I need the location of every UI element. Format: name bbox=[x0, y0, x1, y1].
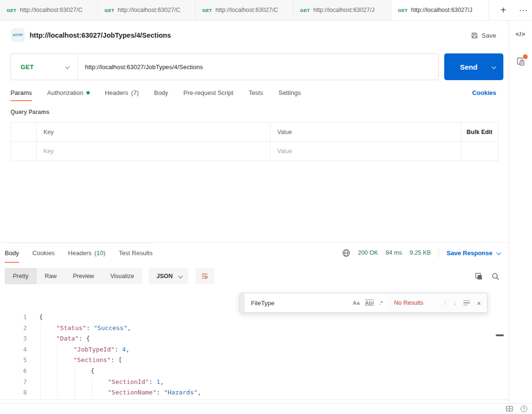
search-response-button[interactable] bbox=[491, 272, 500, 280]
indent-guide bbox=[40, 333, 41, 344]
help-icon[interactable]: ? bbox=[521, 405, 527, 412]
response-tab-label: Headers bbox=[68, 249, 92, 257]
request-tab-settings[interactable]: Settings bbox=[278, 84, 301, 101]
code-line: 2"Status": "Success", bbox=[0, 323, 509, 334]
code-snippet-icon[interactable]: </> bbox=[515, 31, 525, 38]
line-number: 5 bbox=[0, 355, 27, 366]
new-tab-button[interactable]: + bbox=[501, 5, 506, 16]
response-size[interactable]: 9.25 KB bbox=[409, 249, 430, 256]
token-p: : { bbox=[79, 335, 90, 342]
param-value-input[interactable]: Value bbox=[271, 142, 461, 161]
view-mode-pretty[interactable]: Pretty bbox=[5, 268, 37, 284]
notification-dot bbox=[523, 54, 528, 59]
request-tab-label: Settings bbox=[278, 89, 301, 96]
save-button-label: Save bbox=[481, 32, 496, 39]
copy-response-button[interactable] bbox=[475, 272, 483, 280]
bottom-bar: ? bbox=[0, 403, 532, 414]
find-close-button[interactable]: × bbox=[477, 300, 481, 307]
browser-tab[interactable]: GEThttp://localhost:63027/J bbox=[293, 0, 391, 20]
send-options-chevron-icon[interactable] bbox=[491, 64, 496, 69]
response-actions bbox=[475, 268, 500, 284]
line-number: 8 bbox=[0, 387, 27, 398]
line-number: 1 bbox=[0, 312, 27, 323]
indent-guide bbox=[74, 377, 75, 388]
browser-tab[interactable]: GEThttp://localhost:63027/C bbox=[196, 0, 293, 20]
response-tab-body[interactable]: Body bbox=[5, 243, 19, 263]
line-number: 3 bbox=[0, 333, 27, 344]
tab-url-label: http://localhost:63027/J bbox=[313, 7, 386, 13]
more-options-button[interactable]: ··· bbox=[520, 7, 529, 14]
indent-guide bbox=[57, 377, 58, 388]
request-tab-pre-request-script[interactable]: Pre-request Script bbox=[183, 84, 233, 101]
find-in-filtered-lines-icon[interactable] bbox=[463, 300, 470, 306]
request-tab-authorization[interactable]: Authorization bbox=[47, 84, 90, 101]
request-tabs: ParamsAuthorizationHeaders(7)BodyPre-req… bbox=[10, 84, 301, 101]
regex-toggle[interactable]: .* bbox=[379, 300, 383, 306]
browser-tab[interactable]: GEThttp://localhost:63027/C bbox=[98, 0, 196, 20]
request-tab-tests[interactable]: Tests bbox=[249, 84, 263, 101]
response-tab-test-results[interactable]: Test Results bbox=[119, 243, 153, 263]
url-input[interactable]: http://localhost:63027/JobTypes/4/Sectio… bbox=[78, 63, 438, 71]
find-next-button[interactable]: ↓ bbox=[453, 299, 457, 307]
code-text: { bbox=[91, 366, 94, 377]
indent-guide bbox=[92, 377, 92, 388]
request-tab-label: Headers bbox=[105, 89, 128, 96]
token-p: { bbox=[91, 367, 94, 374]
line-number: 7 bbox=[0, 377, 27, 388]
token-n: 4 bbox=[122, 346, 126, 353]
find-bar-drag-handle[interactable] bbox=[240, 293, 244, 312]
indent-guide bbox=[57, 366, 58, 377]
browser-tab-strip: GEThttp://localhost:63027/CGEThttp://loc… bbox=[0, 0, 532, 21]
status-code[interactable]: 200 OK bbox=[358, 249, 378, 256]
request-tab-params[interactable]: Params bbox=[10, 84, 32, 101]
tab-actions: + ··· bbox=[489, 0, 532, 20]
send-button[interactable]: Send bbox=[444, 53, 503, 80]
response-time[interactable]: 84 ms bbox=[386, 249, 402, 256]
wrap-text-button[interactable] bbox=[195, 268, 214, 284]
row-select-cell bbox=[11, 123, 37, 141]
line-number: 2 bbox=[0, 323, 27, 334]
response-tab-count: (10) bbox=[94, 249, 105, 257]
token-k: "Data" bbox=[56, 335, 79, 342]
response-code[interactable]: 1{2"Status": "Success",3"Data": {4"JobTy… bbox=[0, 312, 509, 400]
chevron-down-icon bbox=[178, 273, 183, 278]
code-line: 1{ bbox=[0, 312, 509, 323]
split-pane-icon[interactable] bbox=[506, 406, 513, 412]
request-tab-headers[interactable]: Headers(7) bbox=[105, 84, 139, 101]
scrollbar-thumb[interactable] bbox=[496, 334, 504, 336]
save-button[interactable]: Save bbox=[471, 21, 496, 50]
view-mode-raw[interactable]: Raw bbox=[37, 268, 65, 284]
comments-icon[interactable] bbox=[516, 57, 525, 66]
token-k: "Sections" bbox=[73, 356, 111, 363]
response-tab-label: Test Results bbox=[119, 249, 153, 257]
view-mode-visualize[interactable]: Visualize bbox=[102, 268, 142, 284]
bulk-edit-button[interactable]: Bulk Edit bbox=[467, 129, 492, 135]
line-number: 6 bbox=[0, 366, 27, 377]
network-globe-icon[interactable] bbox=[342, 249, 350, 257]
find-input[interactable] bbox=[251, 300, 353, 307]
whole-word-toggle[interactable]: Abl bbox=[365, 300, 374, 306]
response-format-select[interactable]: JSON bbox=[149, 268, 188, 284]
match-case-toggle[interactable]: Aa bbox=[353, 300, 360, 306]
response-tab-headers[interactable]: Headers(10) bbox=[68, 243, 105, 263]
token-p: , bbox=[127, 324, 131, 331]
query-params-header-row: Key Value Bulk Edit bbox=[11, 123, 498, 142]
request-tab-label: Pre-request Script bbox=[183, 89, 233, 96]
view-mode-preview[interactable]: Preview bbox=[65, 268, 102, 284]
find-previous-button[interactable]: ↑ bbox=[443, 299, 447, 307]
browser-tab[interactable]: GEThttp://localhost:63027/J bbox=[391, 0, 489, 20]
code-line: 4"JobTypeId": 4, bbox=[0, 344, 509, 355]
request-tab-count: (7) bbox=[131, 89, 139, 96]
response-status-bar: 200 OK 84 ms 9.25 KB Save Response bbox=[342, 243, 500, 263]
method-label: GET bbox=[21, 63, 34, 71]
browser-tab[interactable]: GEThttp://localhost:63027/C bbox=[0, 0, 98, 20]
method-selector[interactable]: GET bbox=[11, 54, 78, 80]
request-tab-body[interactable]: Body bbox=[154, 84, 168, 101]
send-button-label: Send bbox=[460, 63, 478, 71]
save-response-button[interactable]: Save Response bbox=[447, 249, 500, 257]
token-p: : bbox=[149, 378, 156, 385]
request-header: HTTP http://localhost:63027/JobTypes/4/S… bbox=[0, 21, 509, 50]
cookies-link[interactable]: Cookies bbox=[472, 84, 496, 101]
param-key-input[interactable]: Key bbox=[37, 142, 271, 161]
response-tab-cookies[interactable]: Cookies bbox=[32, 243, 55, 263]
